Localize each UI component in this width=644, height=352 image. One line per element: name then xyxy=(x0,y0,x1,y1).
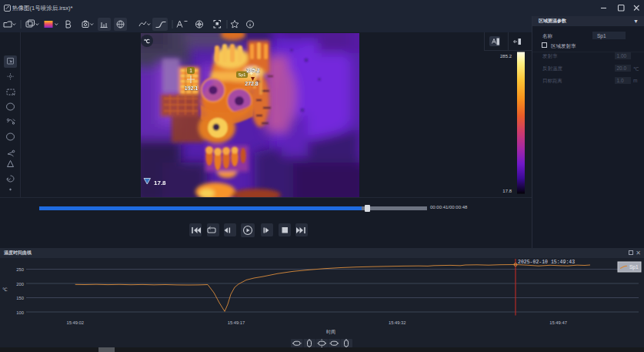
svg-text:15:49:02: 15:49:02 xyxy=(66,320,84,325)
svg-text:250: 250 xyxy=(16,267,24,272)
svg-text:15:49:17: 15:49:17 xyxy=(228,320,245,325)
svg-text:时间: 时间 xyxy=(326,330,335,335)
svg-text:272.8: 272.8 xyxy=(245,81,259,86)
svg-text:15:49:47: 15:49:47 xyxy=(549,320,567,325)
svg-text:150: 150 xyxy=(16,296,24,300)
svg-text:17.8: 17.8 xyxy=(502,189,512,193)
svg-text:Sp1: Sp1 xyxy=(239,72,246,77)
svg-text:℃: ℃ xyxy=(2,287,8,292)
svg-text:285.2: 285.2 xyxy=(246,68,260,73)
svg-text:285.2: 285.2 xyxy=(500,54,512,59)
svg-text:2025-02-10 15:49:43: 2025-02-10 15:49:43 xyxy=(518,260,575,265)
svg-text:Sp1: Sp1 xyxy=(629,264,639,270)
svg-text:1: 1 xyxy=(189,68,192,73)
svg-text:℃: ℃ xyxy=(144,39,150,44)
svg-text:100: 100 xyxy=(16,310,24,315)
svg-text:17.8: 17.8 xyxy=(154,179,166,186)
svg-text:192.1: 192.1 xyxy=(185,85,199,91)
svg-text:15:49:32: 15:49:32 xyxy=(389,320,406,325)
svg-text:200: 200 xyxy=(16,282,24,287)
